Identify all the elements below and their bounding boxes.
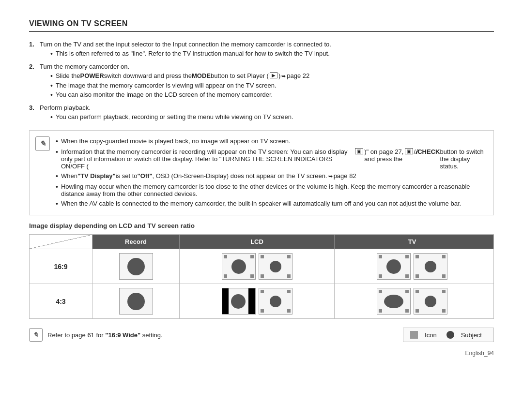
- corner-bl7: [415, 309, 419, 313]
- step-2-text: Turn the memory camcorder on.: [40, 63, 129, 70]
- row-169-label: 16:9: [30, 249, 92, 284]
- legend-subject-label: Subject: [461, 331, 482, 339]
- step-1-num: 1.: [29, 41, 38, 48]
- tv-screen2-43: [414, 288, 447, 315]
- row-43-tv: [335, 284, 490, 318]
- tv-screen1-169: [377, 253, 411, 280]
- corner-tr7: [442, 290, 446, 293]
- corner-tl5: [261, 290, 264, 293]
- step-1-bullets: This is often referred to as "line". Ref…: [50, 50, 331, 58]
- step-2-bullet-2: The image that the memory camcorder is v…: [50, 82, 309, 90]
- table-row-169: 16:9: [30, 249, 493, 284]
- note-4: Howling may occur when the memory camcor…: [56, 183, 488, 197]
- step-1: 1. Turn on the TV and set the input sele…: [29, 41, 494, 60]
- tv-subject2-43: [425, 296, 436, 307]
- step-3: 3. Perform playback. You can perform pla…: [29, 104, 494, 123]
- corner-br: [250, 274, 254, 278]
- step-3-num: 3.: [29, 104, 38, 111]
- record-screen-43: [119, 288, 153, 315]
- th-record: Record: [92, 235, 180, 249]
- corner-bl5: [261, 309, 264, 313]
- record-subject-43: [127, 293, 145, 310]
- step-3-bullets: You can perform playback, recording or s…: [50, 113, 293, 121]
- corner-tl3: [379, 255, 382, 258]
- corner-tr: [250, 255, 254, 258]
- corner-tl7: [415, 290, 419, 293]
- lcd-subject1-43: [231, 294, 246, 309]
- th-blank: [30, 235, 92, 249]
- corner-br7: [442, 309, 446, 313]
- table-header: Record LCD TV: [30, 235, 493, 249]
- note-3: When "TV Display" is set to "Off", OSD (…: [56, 172, 488, 180]
- step-2-bullet-3: You can also monitor the image on the LC…: [50, 91, 309, 99]
- footer-legend: Icon Subject: [403, 328, 494, 342]
- corner-tr5: [287, 290, 291, 293]
- corner-bl2: [261, 274, 264, 278]
- corner-tl6: [379, 290, 382, 293]
- row-169-tv: [335, 249, 490, 284]
- steps-list: 1. Turn on the TV and set the input sele…: [29, 41, 494, 123]
- page-number: English_94: [29, 350, 494, 357]
- corner-tr4: [442, 255, 446, 258]
- step-2: 2. Turn the memory camcorder on. Slide t…: [29, 63, 494, 101]
- row-43-label: 4:3: [30, 284, 92, 318]
- corner-tr3: [405, 255, 409, 258]
- notes-list: When the copy-guarded movie is played ba…: [56, 137, 488, 208]
- corner-tr6: [405, 290, 409, 293]
- corner-bl: [224, 274, 227, 278]
- table-subtitle: Image display depending on LCD and TV sc…: [29, 222, 494, 229]
- image-table: Record LCD TV 16:9: [29, 234, 494, 319]
- lcd-screen2-43: [259, 288, 292, 315]
- th-tv: TV: [335, 235, 490, 249]
- step-2-bullets: Slide the POWER switch downward and pres…: [50, 72, 309, 99]
- corner-tl: [224, 255, 227, 258]
- record-screen-169: [119, 253, 153, 280]
- corner-bl3: [379, 274, 382, 278]
- lcd-subject1-169: [231, 259, 246, 274]
- lcd-screen2-169: [259, 253, 292, 280]
- tv-subject1-43: [384, 295, 403, 308]
- step-2-num: 2.: [29, 63, 38, 70]
- corner-bl4: [415, 274, 419, 278]
- row-43-record: [92, 284, 180, 318]
- step-1-bullet-1: This is often referred to as "line". Ref…: [50, 50, 331, 58]
- step-2-bullet-1: Slide the POWER switch downward and pres…: [50, 72, 309, 80]
- tv-screen1-43: [377, 288, 411, 315]
- corner-tl4: [415, 255, 419, 258]
- note-content: When the copy-guarded movie is played ba…: [56, 135, 488, 210]
- tv-subject2-169: [425, 261, 436, 272]
- lcd-subject2-43: [270, 296, 281, 307]
- note-2: Information that the memory camcorder is…: [56, 148, 488, 170]
- legend-circle: [446, 331, 454, 339]
- table-row-43: 4:3: [30, 284, 493, 318]
- row-43-lcd: [180, 284, 335, 318]
- corner-br6: [405, 309, 409, 313]
- lcd-screen1-43-inner: [229, 288, 248, 314]
- legend-icon-label: Icon: [425, 331, 437, 339]
- tv-screen2-169: [414, 253, 447, 280]
- row-169-lcd: [180, 249, 335, 284]
- corner-br3: [405, 274, 409, 278]
- corner-br4: [442, 274, 446, 278]
- corner-bl6: [379, 309, 382, 313]
- legend-icon-square: [410, 331, 418, 339]
- record-subject-169: [127, 258, 145, 275]
- corner-br5: [287, 309, 291, 313]
- lcd-screen1-43: [222, 288, 256, 315]
- notes-box: ✎ When the copy-guarded movie is played …: [29, 130, 494, 215]
- page-title: VIEWING ON TV SCREEN: [29, 19, 494, 32]
- footer-note-icon: ✎: [29, 328, 43, 342]
- step-3-bullet-1: You can perform playback, recording or s…: [50, 113, 293, 121]
- lcd-subject2-169: [270, 261, 281, 272]
- row-169-record: [92, 249, 180, 284]
- footer-note: ✎ Refer to page 61 for "16:9 Wide" setti…: [29, 328, 163, 342]
- note-icon: ✎: [35, 136, 50, 151]
- footer-note-text: Refer to page 61 for "16:9 Wide" setting…: [47, 331, 163, 339]
- footer-area: ✎ Refer to page 61 for "16:9 Wide" setti…: [29, 328, 494, 342]
- corner-br2: [287, 274, 291, 278]
- corner-tr2: [287, 255, 291, 258]
- tv-subject1-169: [386, 259, 401, 274]
- note-1: When the copy-guarded movie is played ba…: [56, 137, 488, 146]
- step-1-text: Turn on the TV and set the input selecto…: [40, 41, 331, 48]
- note-5: When the AV cable is connected to the me…: [56, 200, 488, 208]
